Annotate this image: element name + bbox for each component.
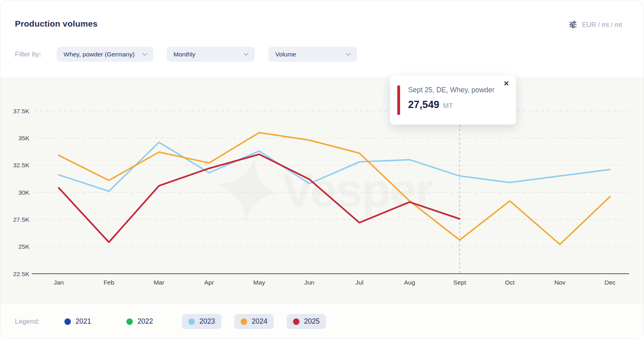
y-tick-label: 25K	[18, 243, 29, 250]
tooltip-accent-bar	[397, 85, 400, 115]
tooltip-value: 27,549	[408, 99, 440, 110]
y-tick-label: 27.5K	[13, 216, 29, 223]
x-tick-label: Jan	[54, 279, 64, 286]
unit-label: EUR / mt / mt	[582, 21, 622, 29]
legend-item-2024[interactable]: 2024	[234, 314, 274, 329]
chevron-down-icon	[142, 53, 147, 56]
chevron-down-icon	[244, 53, 249, 56]
x-tick-label: Jun	[304, 279, 314, 286]
product-dropdown-value: Whey, powder (Germany)	[64, 51, 134, 58]
tooltip-unit: MT	[443, 102, 453, 110]
x-tick-label: Jul	[355, 279, 363, 286]
x-tick-label: Mar	[154, 279, 165, 286]
legend-item-label: 2023	[199, 317, 215, 326]
x-tick-label: Dec	[605, 279, 616, 286]
legend-item-label: 2021	[75, 317, 91, 326]
legend-item-2023[interactable]: 2023	[182, 314, 221, 329]
legend-dot-2022	[126, 318, 133, 325]
legend-row: Legend: 2021 2022 2023 2024 2025	[0, 304, 644, 339]
sliders-icon	[569, 21, 577, 29]
filter-by-label: Filter by:	[15, 50, 57, 58]
x-tick-label: Apr	[204, 279, 214, 286]
y-tick-label: 30K	[18, 189, 29, 196]
frequency-dropdown[interactable]: Monthly	[167, 47, 255, 62]
legend-item-label: 2022	[137, 317, 153, 326]
legend-item-2025[interactable]: 2025	[287, 314, 326, 329]
legend-item-2021[interactable]: 2021	[58, 314, 97, 329]
chart-svg[interactable]: Vesper22.5K25K27.5K30K32.5K35K37.5KJanFe…	[0, 77, 644, 304]
filter-row: Filter by: Whey, powder (Germany) Monthl…	[15, 47, 357, 62]
x-tick-label: Sept	[453, 279, 466, 286]
legend-dot-2021	[64, 318, 71, 325]
x-tick-label: Nov	[554, 279, 566, 286]
frequency-dropdown-value: Monthly	[173, 51, 195, 58]
x-tick-label: Oct	[505, 279, 515, 286]
legend-label: Legend:	[15, 318, 39, 326]
legend-item-label: 2024	[252, 317, 267, 326]
y-tick-label: 22.5K	[13, 270, 29, 277]
legend-item-label: 2025	[304, 317, 320, 326]
chart-tooltip: Sept 25, DE, Whey, powder 27,549 MT ✕	[390, 75, 516, 125]
tooltip-close-icon[interactable]: ✕	[502, 79, 511, 89]
metric-dropdown[interactable]: Volume	[268, 47, 357, 62]
y-tick-label: 32.5K	[13, 162, 29, 168]
chart-area[interactable]: Vesper22.5K25K27.5K30K32.5K35K37.5KJanFe…	[0, 77, 644, 304]
x-tick-label: May	[253, 279, 265, 286]
svg-text:Vesper: Vesper	[282, 164, 433, 217]
legend-dot-2023	[188, 318, 195, 325]
metric-dropdown-value: Volume	[275, 51, 296, 58]
y-tick-label: 37.5K	[13, 108, 29, 114]
chevron-down-icon	[346, 53, 351, 56]
tooltip-title: Sept 25, DE, Whey, powder	[408, 86, 495, 94]
vesper-watermark: Vesper	[211, 154, 433, 225]
legend-dot-2025	[293, 318, 299, 325]
y-tick-label: 35K	[18, 135, 29, 141]
product-dropdown[interactable]: Whey, powder (Germany)	[57, 47, 153, 62]
page-title: Production volumes	[15, 19, 97, 29]
production-volumes-card: Production volumes EUR / mt / mt Filter …	[0, 0, 644, 339]
unit-switch[interactable]: EUR / mt / mt	[569, 21, 622, 29]
legend-dot-2024	[241, 318, 247, 325]
x-tick-label: Feb	[103, 279, 114, 286]
x-tick-label: Aug	[404, 279, 415, 286]
legend-item-2022[interactable]: 2022	[120, 314, 159, 329]
